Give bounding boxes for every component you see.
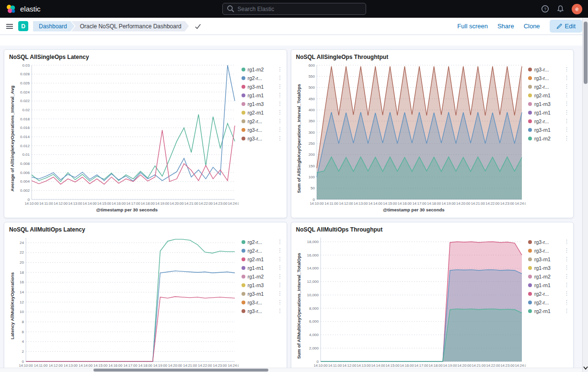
legend-menu-icon[interactable]: ⋮ (277, 299, 283, 305)
legend-menu-icon[interactable]: ⋮ (564, 256, 569, 262)
panel-title[interactable]: NoSQL AllMultiOps Latency (8, 225, 283, 235)
chart-area[interactable]: 05010015020025030035040045050055060014:1… (302, 62, 526, 207)
search-input[interactable] (238, 6, 362, 12)
legend-item[interactable]: rg3-r...⋮ (242, 299, 283, 305)
legend-menu-icon[interactable]: ⋮ (277, 127, 283, 133)
legend-menu-icon[interactable]: ⋮ (277, 256, 283, 262)
legend-item[interactable]: rg1-rn2⋮ (242, 273, 283, 279)
user-avatar[interactable]: e (572, 4, 582, 14)
vertical-scrollbar-thumb[interactable] (584, 22, 588, 84)
alerts-icon[interactable] (556, 5, 565, 13)
legend-item[interactable]: rg3-r...⋮ (528, 239, 569, 245)
legend-item[interactable]: rg1-rn3⋮ (528, 101, 569, 107)
legend-item[interactable]: rg3-r...⋮ (242, 308, 283, 314)
elastic-logo[interactable]: elastic (6, 4, 41, 14)
legend-menu-icon[interactable]: ⋮ (564, 299, 569, 305)
panel-title[interactable]: NoSQL AllMultiOps Throughput (295, 225, 570, 235)
legend-item[interactable]: rg3-r...⋮ (528, 75, 569, 81)
legend-menu-icon[interactable]: ⋮ (277, 265, 283, 271)
chart-canvas[interactable]: 02,0004,0006,0008,00010,00012,00014,0001… (302, 235, 526, 369)
legend-item[interactable]: rg3-r...⋮ (242, 127, 283, 133)
legend-item[interactable]: rg3-rn1⋮ (528, 256, 569, 262)
dashboard-app-badge[interactable]: D (18, 21, 28, 31)
legend-item[interactable]: rg3-rn1⋮ (528, 127, 569, 133)
legend-menu-icon[interactable]: ⋮ (277, 273, 283, 279)
global-search[interactable] (222, 3, 366, 15)
legend-menu-icon[interactable]: ⋮ (277, 291, 283, 297)
full-screen-button[interactable]: Full screen (457, 23, 488, 30)
legend-menu-icon[interactable]: ⋮ (564, 127, 569, 133)
menu-icon[interactable] (6, 23, 13, 30)
legend-menu-icon[interactable]: ⋮ (564, 135, 569, 141)
legend-menu-icon[interactable]: ⋮ (564, 247, 569, 254)
legend-item[interactable]: rg2-r...⋮ (528, 299, 569, 305)
chart-canvas[interactable]: 02468101214161820222414:10:0014:11:0014:… (15, 235, 239, 369)
horizontal-scrollbar[interactable] (0, 368, 582, 372)
panel-title[interactable]: NoSQL AllSingleOps Throughtput (295, 53, 570, 62)
legend-item[interactable]: rg2-r...⋮ (242, 239, 283, 245)
legend-menu-icon[interactable]: ⋮ (564, 239, 569, 245)
legend-menu-icon[interactable]: ⋮ (277, 118, 283, 124)
legend-menu-icon[interactable]: ⋮ (564, 66, 569, 72)
legend-menu-icon[interactable]: ⋮ (277, 66, 283, 72)
legend-menu-icon[interactable]: ⋮ (277, 135, 283, 141)
legend-item[interactable]: rg1-rn2⋮ (242, 66, 283, 72)
legend-menu-icon[interactable]: ⋮ (564, 273, 569, 279)
legend-item[interactable]: rg2-r...⋮ (242, 118, 283, 124)
legend-menu-icon[interactable]: ⋮ (277, 83, 283, 90)
breadcrumb-dashboard[interactable]: Dashboard (33, 21, 75, 32)
legend-menu-icon[interactable]: ⋮ (277, 101, 283, 107)
legend-item[interactable]: rg2-rn1⋮ (242, 109, 283, 116)
legend-menu-icon[interactable]: ⋮ (564, 308, 569, 314)
legend-menu-icon[interactable]: ⋮ (564, 282, 569, 288)
legend-item[interactable]: rg2-r...⋮ (242, 75, 283, 81)
legend-menu-icon[interactable]: ⋮ (564, 83, 569, 90)
legend-item[interactable]: rg3-r...⋮ (242, 135, 283, 141)
legend-item[interactable]: rg1-rn1⋮ (242, 265, 283, 271)
scroll-down-icon[interactable] (583, 364, 588, 371)
help-icon[interactable]: ? (541, 5, 549, 13)
legend-item[interactable]: rg2-r...⋮ (528, 83, 569, 90)
legend-menu-icon[interactable]: ⋮ (277, 308, 283, 314)
legend-menu-icon[interactable]: ⋮ (564, 265, 569, 271)
legend-item[interactable]: rg1-rn3⋮ (242, 101, 283, 107)
legend-item[interactable]: rg2-r...⋮ (528, 118, 569, 124)
legend-item[interactable]: rg1-rn3⋮ (528, 265, 569, 271)
share-button[interactable]: Share (497, 23, 514, 30)
legend-item[interactable]: rg2-r...⋮ (528, 291, 569, 297)
chart-canvas[interactable]: 00.0020.0040.0060.0080.010.0120.0140.016… (15, 62, 239, 207)
legend-item[interactable]: rg1-rn1⋮ (528, 282, 569, 288)
horizontal-scrollbar-thumb[interactable] (93, 369, 268, 372)
legend-item[interactable]: rg3-r...⋮ (528, 247, 569, 254)
legend-menu-icon[interactable]: ⋮ (564, 291, 569, 297)
chart-area[interactable]: 02,0004,0006,0008,00010,00012,00014,0001… (302, 235, 526, 369)
legend-item[interactable]: rg2-r...⋮ (242, 247, 283, 254)
legend-menu-icon[interactable]: ⋮ (564, 118, 569, 124)
panel-title[interactable]: NoSQL AllSingleOps Latency (8, 53, 283, 62)
legend-menu-icon[interactable]: ⋮ (277, 109, 283, 116)
legend-item[interactable]: rg2-rn1⋮ (528, 308, 569, 314)
legend-menu-icon[interactable]: ⋮ (277, 282, 283, 288)
legend-menu-icon[interactable]: ⋮ (564, 101, 569, 107)
legend-item[interactable]: rg1-rn2⋮ (528, 135, 569, 141)
edit-button[interactable]: Edit (550, 20, 582, 33)
chart-area[interactable]: 02468101214161820222414:10:0014:11:0014:… (15, 235, 239, 369)
legend-item[interactable]: rg3-rn1⋮ (242, 291, 283, 297)
legend-menu-icon[interactable]: ⋮ (277, 239, 283, 245)
legend-menu-icon[interactable]: ⋮ (564, 75, 569, 81)
legend-item[interactable]: rg1-rn3⋮ (242, 282, 283, 288)
legend-menu-icon[interactable]: ⋮ (564, 109, 569, 116)
legend-menu-icon[interactable]: ⋮ (564, 92, 569, 98)
vertical-scrollbar[interactable] (582, 18, 588, 372)
legend-menu-icon[interactable]: ⋮ (277, 92, 283, 98)
legend-item[interactable]: rg3-r...⋮ (528, 66, 569, 72)
legend-item[interactable]: rg1-rn2⋮ (528, 273, 569, 279)
legend-item[interactable]: rg3-rn1⋮ (242, 83, 283, 90)
legend-item[interactable]: rg2-rn1⋮ (528, 92, 569, 98)
legend-item[interactable]: rg2-rn1⋮ (242, 256, 283, 262)
chart-canvas[interactable]: 05010015020025030035040045050055060014:1… (302, 62, 526, 207)
chart-area[interactable]: 00.0020.0040.0060.0080.010.0120.0140.016… (15, 62, 239, 207)
legend-item[interactable]: rg1-rn1⋮ (528, 109, 569, 116)
clone-button[interactable]: Clone (524, 23, 540, 30)
legend-item[interactable]: rg1-rn1⋮ (242, 92, 283, 98)
